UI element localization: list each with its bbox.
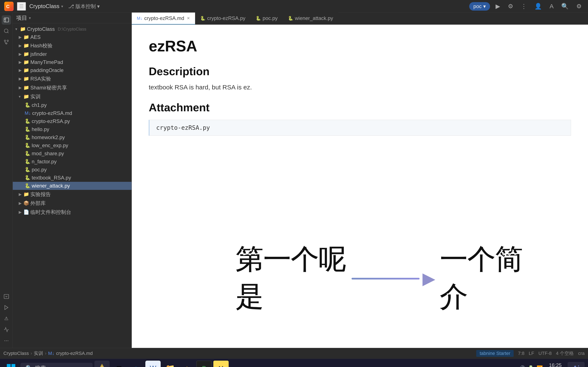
py-tab-icon-2: 🐍 [256,16,261,21]
file-type: cra [578,351,585,356]
run-button[interactable]: ▶ [494,2,502,11]
tree-folder-temp[interactable]: ▶ 📄 临时文件和控制台 [13,208,132,217]
taskbar-icon-taskview[interactable]: ⊞ [111,361,127,367]
tree-file-crypto-py[interactable]: 🐍 crypto-ezRSA.py [13,117,132,125]
expand-shamir-icon: ▶ [19,85,22,90]
tab-crypto-py[interactable]: 🐍 crypto-ezRSA.py [195,13,251,25]
branch-icon: ⎇ [68,3,74,9]
py-icon-3: 🐍 [25,127,30,132]
tree-folder-rsa[interactable]: ▶ 📁 RSA实验 [13,74,132,83]
clock-time: 16:25 [545,362,566,367]
tab-wiener-label: wiener_attack.py [295,15,333,21]
run-config-button[interactable]: poc ▾ [469,2,490,11]
tree-folder-paddingoracle[interactable]: ▶ 📁 paddingOracle [13,66,132,74]
tree-folder-jsfinder[interactable]: ▶ 📁 jsfinder [13,50,132,58]
tree-folder-report[interactable]: ▶ 📁 实验报告 [13,190,132,199]
taskbar-icon-egypt[interactable] [94,361,110,367]
debug-button[interactable]: ⚙ [506,2,515,11]
tree-report-label: 实验报告 [30,191,51,198]
taskbar-icon-app5[interactable]: ♦ [179,361,195,367]
tray-network-icon[interactable]: 🔊 [519,365,525,367]
run-chevron-icon: ▾ [483,3,486,9]
search-glass-icon: 🔍 [26,365,32,367]
search-sidebar-button[interactable] [2,26,11,36]
tree-textbook-rsa-label: textbook_RSA.py [32,175,71,181]
git-button[interactable] [2,37,11,47]
tree-po-label: paddingOracle [30,67,64,73]
tree-file-mod-share[interactable]: 🐍 mod_share.py [13,150,132,158]
tree-file-low-enc[interactable]: 🐍 low_enc_exp.py [13,142,132,150]
terminal-button[interactable] [2,292,11,301]
taskbar-search-box[interactable]: 🔍 搜索 [20,363,93,367]
tab-wiener-py[interactable]: 🐍 wiener_attack.py [283,13,338,25]
git-log-button[interactable] [2,325,11,334]
sidebar-header: 项目 ▾ [13,13,132,23]
run-sidebar-button[interactable] [2,303,11,312]
tree-crypto-md-label: crypto-ezRSA.md [32,110,72,116]
tree-mod-share-label: mod_share.py [32,150,64,157]
file-tree: ▾ 📁 CryptoClass D:\CryptoClass ▶ 📁 AES ▶… [13,23,132,348]
tab-poc-py[interactable]: 🐍 poc.py [251,13,283,25]
hamburger-button[interactable]: ☰ [17,2,26,11]
tree-folder-shixun[interactable]: ▾ 📁 实训 [13,92,132,101]
taskbar-icon-explorer[interactable]: 📁 [162,361,178,367]
expand-hash-icon: ▶ [19,43,22,48]
tree-file-ch1[interactable]: 🐍 ch1.py [13,101,132,109]
tray-volume-icon[interactable]: 🔋 [528,365,534,367]
tab-close-icon[interactable]: ✕ [187,16,190,21]
folder-shamir-icon: 📁 [23,85,29,91]
project-name: CryptoClass [29,3,60,9]
ai-badge[interactable]: Ai [568,362,585,367]
tree-folder-hash[interactable]: ▶ 📁 Hash校验 [13,41,132,50]
problems-button[interactable]: ⚠ [2,314,11,323]
taskbar-icon-edge[interactable]: e [128,361,144,367]
taskbar-icon-miro[interactable]: M [213,361,229,367]
taskbar-icon-pycharm[interactable]: P [196,361,212,367]
account-button[interactable]: 👤 [532,2,544,11]
tree-folder-aes[interactable]: ▶ 📁 AES [13,33,132,41]
expand-po-icon: ▶ [19,68,22,73]
more-tools-button[interactable]: ⋯ [2,336,11,345]
tray-battery-icon[interactable]: 📶 [537,365,543,367]
vcs-chevron-icon: ▾ [97,3,100,9]
svg-rect-10 [11,364,15,367]
tab-crypto-md[interactable]: M↓ crypto-ezRSA.md ✕ [132,13,195,25]
tree-folder-external[interactable]: ▶ 📦 外部库 [13,199,132,208]
search-button[interactable]: 🔍 [559,2,571,11]
svg-marker-14 [99,366,105,367]
svg-rect-9 [7,364,11,367]
folder-report-icon: 📁 [23,192,29,197]
topbar: C ☰ CryptoClass ▾ ⎇ 版本控制 ▾ poc ▾ ▶ ⚙ ⋮ 👤… [0,0,588,13]
md-attachment-heading: Attachment [149,101,571,114]
start-button[interactable] [3,361,19,367]
tree-file-hello[interactable]: 🐍 hello.py [13,125,132,133]
tree-root-item[interactable]: ▾ 📁 CryptoClass D:\CryptoClass [13,25,132,33]
tree-file-homework2[interactable]: 🐍 homework2.py [13,133,132,142]
expand-temp-icon: ▶ [19,210,22,215]
more-options-button[interactable]: ⋮ [519,2,529,11]
breadcrumb-sep-2: › [45,351,46,356]
tree-folder-shamir[interactable]: ▶ 📁 Shamir秘密共享 [13,83,132,92]
tree-file-poc[interactable]: 🐍 poc.py [13,166,132,174]
vcs-selector[interactable]: ⎇ 版本控制 ▾ [68,3,100,10]
tab-poc-label: poc.py [263,15,278,21]
py-icon-5: 🐍 [25,143,30,148]
taskbar-icon-word[interactable]: W [145,361,161,367]
tree-hash-label: Hash校验 [30,42,52,49]
md-title: ezRSA [149,37,571,55]
project-selector[interactable]: CryptoClass ▾ [29,3,63,9]
tree-folder-manytimepad[interactable]: ▶ 📁 ManyTimePad [13,58,132,66]
main-layout: ⚠ ⋯ 项目 ▾ ▾ 📁 CryptoClass D:\CryptoClass … [0,13,588,348]
clock[interactable]: 16:25 2024/10/24 [545,362,566,367]
vcs-label: 版本控制 [76,3,96,10]
tree-file-wiener[interactable]: 🐍 wiener_attack.py [13,182,132,190]
files-icon-button[interactable] [2,15,11,25]
tree-file-crypto-md[interactable]: M↓ crypto-ezRSA.md [13,109,132,117]
settings-button[interactable]: ⚙ [574,2,584,11]
translate-button[interactable]: A [547,2,556,11]
system-tray: 🔊 🔋 📶 [519,365,543,367]
icon-bar: ⚠ ⋯ [0,13,13,348]
folder-icon: 📁 [20,26,26,32]
tree-file-n-factor[interactable]: 🐍 n_factor.py [13,158,132,166]
tree-file-textbook-rsa[interactable]: 🐍 textbook_RSA.py [13,174,132,182]
